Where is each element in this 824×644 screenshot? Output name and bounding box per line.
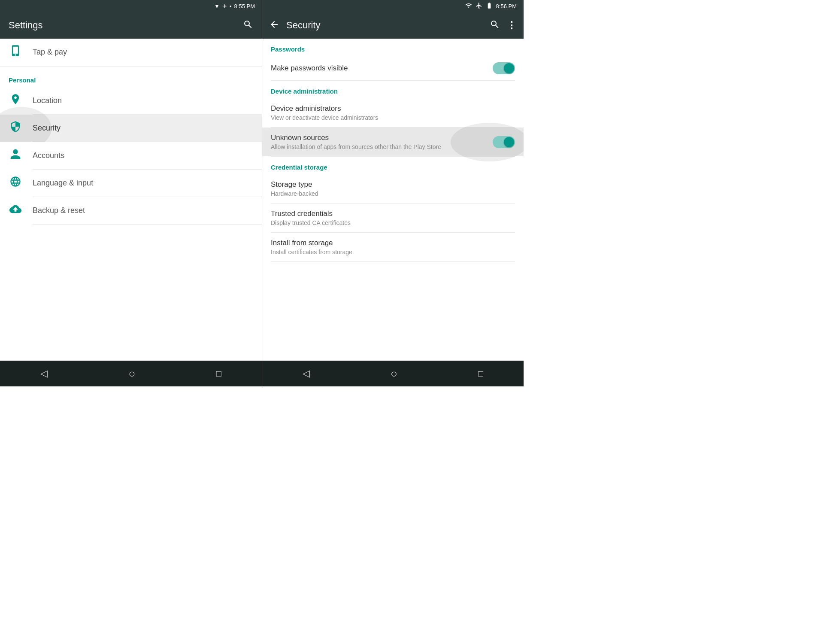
language-label: Language & input: [33, 179, 93, 188]
device-administrators-item[interactable]: Device administrators View or deactivate…: [262, 98, 524, 127]
signal-icon: ✈: [222, 3, 227, 9]
language-icon: [9, 176, 22, 191]
nav-home-left[interactable]: ○: [129, 367, 136, 380]
storage-type-sub: Hardware-backed: [271, 190, 318, 197]
security-label: Security: [33, 124, 61, 133]
airplane-icon-right: [476, 2, 482, 10]
passwords-section-header: Passwords: [262, 39, 524, 56]
settings-item-location[interactable]: Location: [0, 87, 262, 114]
credential-storage-section-header: Credential storage: [262, 157, 524, 174]
location-icon: [9, 93, 22, 108]
app-bar-right-icons: ⋮: [490, 19, 517, 31]
unknown-sources-sub: Allow installation of apps from sources …: [271, 143, 441, 150]
install-from-storage-text: Install from storage Install certificate…: [271, 239, 352, 255]
app-bar-left: Settings: [0, 12, 262, 39]
search-icon-right[interactable]: [490, 19, 500, 31]
battery-icon: ▪: [230, 3, 232, 9]
device-admin-section-header: Device administration: [262, 81, 524, 98]
storage-type-item[interactable]: Storage type Hardware-backed: [262, 174, 524, 203]
install-from-storage-main: Install from storage: [271, 239, 352, 247]
security-panel: 8:56 PM Security ⋮ Passwords Ma: [262, 0, 524, 386]
settings-item-backup[interactable]: Backup & reset: [0, 197, 262, 224]
accounts-icon: [9, 148, 22, 163]
make-passwords-visible-toggle[interactable]: [493, 62, 515, 74]
tap-pay-icon: [9, 45, 22, 60]
settings-list: Tap & pay Personal Location Security: [0, 39, 262, 361]
unknown-sources-toggle[interactable]: [493, 136, 515, 148]
unknown-sources-text: Unknown sources Allow installation of ap…: [271, 134, 441, 150]
toggle-knob: [504, 63, 514, 73]
back-icon[interactable]: [269, 19, 279, 31]
personal-section-header: Personal: [0, 68, 262, 87]
battery-icon-right: [486, 2, 493, 10]
trusted-credentials-main: Trusted credentials: [271, 210, 351, 218]
nav-bar-left: ◁ ○ □: [0, 361, 262, 386]
status-icons-left: ▼ ✈ ▪ 8:55 PM: [214, 3, 255, 9]
storage-type-main: Storage type: [271, 180, 318, 189]
backup-label: Backup & reset: [33, 206, 85, 215]
accounts-label: Accounts: [33, 151, 64, 160]
search-icon[interactable]: [243, 19, 253, 31]
make-passwords-visible-main: Make passwords visible: [271, 64, 348, 73]
security-content: Passwords Make passwords visible Device …: [262, 39, 524, 361]
tap-pay-label: Tap & pay: [33, 48, 67, 57]
nav-recents-right[interactable]: □: [478, 369, 483, 379]
trusted-credentials-text: Trusted credentials Display trusted CA c…: [271, 210, 351, 226]
install-from-storage-item[interactable]: Install from storage Install certificate…: [262, 233, 524, 261]
tap-pay-item[interactable]: Tap & pay: [0, 39, 262, 66]
settings-item-accounts[interactable]: Accounts: [0, 142, 262, 169]
nav-back-left[interactable]: ◁: [40, 368, 48, 379]
location-label: Location: [33, 96, 62, 105]
install-from-storage-sub: Install certificates from storage: [271, 249, 352, 255]
app-bar-left-group: Security: [269, 19, 320, 31]
security-icon: [9, 121, 22, 136]
backup-icon: [9, 203, 22, 218]
toggle-knob-unknown: [504, 137, 514, 147]
status-time-left: 8:55 PM: [234, 3, 255, 9]
make-passwords-visible-text: Make passwords visible: [271, 64, 348, 73]
status-bar-right: 8:56 PM: [262, 0, 524, 12]
unknown-sources-main: Unknown sources: [271, 134, 441, 142]
divider-install-storage: [271, 261, 515, 262]
more-options-icon[interactable]: ⋮: [507, 20, 517, 31]
device-administrators-main: Device administrators: [271, 104, 378, 113]
status-time-right: 8:56 PM: [496, 3, 517, 9]
trusted-credentials-item[interactable]: Trusted credentials Display trusted CA c…: [262, 204, 524, 232]
storage-type-text: Storage type Hardware-backed: [271, 180, 318, 197]
device-administrators-text: Device administrators View or deactivate…: [271, 104, 378, 121]
app-bar-right: Security ⋮: [262, 12, 524, 39]
wifi-icon: ▼: [214, 3, 220, 9]
nav-bar-right: ◁ ○ □: [262, 361, 524, 386]
settings-title: Settings: [9, 20, 43, 31]
settings-panel: ▼ ✈ ▪ 8:55 PM Settings Tap & pay Person: [0, 0, 262, 386]
trusted-credentials-sub: Display trusted CA certificates: [271, 219, 351, 226]
make-passwords-visible-item[interactable]: Make passwords visible: [262, 56, 524, 80]
nav-back-right[interactable]: ◁: [303, 368, 310, 379]
nav-home-right[interactable]: ○: [391, 367, 397, 380]
divider-backup: [33, 224, 262, 225]
settings-item-security[interactable]: Security: [0, 115, 262, 142]
wifi-icon-right: [465, 2, 472, 10]
unknown-sources-item[interactable]: Unknown sources Allow installation of ap…: [262, 128, 524, 156]
device-administrators-sub: View or deactivate device administrators: [271, 114, 378, 121]
status-bar-left: ▼ ✈ ▪ 8:55 PM: [0, 0, 262, 12]
divider-tap-pay: [0, 67, 262, 67]
nav-recents-left[interactable]: □: [216, 369, 221, 379]
settings-item-language[interactable]: Language & input: [0, 170, 262, 197]
security-page-title: Security: [286, 20, 320, 31]
